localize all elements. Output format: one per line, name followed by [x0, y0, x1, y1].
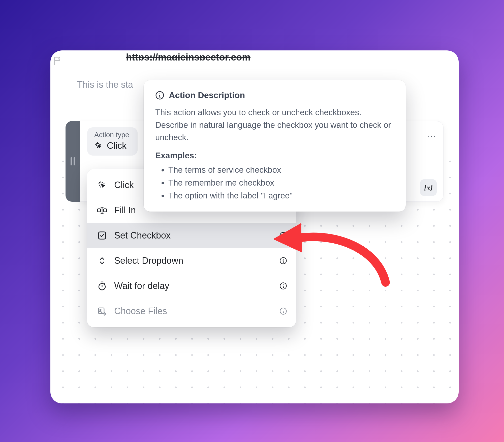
- dropdown-item-label: Set Checkbox: [114, 230, 171, 241]
- dropdown-item-label: Click: [114, 180, 134, 190]
- image-upload-icon: [97, 306, 108, 317]
- svg-rect-4: [99, 232, 106, 239]
- dropdown-item-set-checkbox[interactable]: Set Checkbox: [87, 223, 296, 248]
- dropdown-item-label: Fill In: [114, 205, 136, 216]
- drag-handle-icon: [70, 156, 76, 166]
- info-icon[interactable]: [279, 307, 288, 315]
- click-cursor-icon: [97, 180, 108, 191]
- action-type-value-text: Click: [107, 140, 127, 151]
- info-icon[interactable]: [279, 256, 288, 265]
- svg-rect-2: [98, 209, 101, 212]
- dropdown-item-choose-files[interactable]: Choose Files: [87, 299, 296, 324]
- url-text: https://magicinspector.com: [126, 52, 250, 61]
- action-type-value: Click: [94, 140, 131, 151]
- dropdown-item-wait-for-delay[interactable]: Wait for delay: [87, 273, 296, 299]
- popover-example-item: The option with the label "I agree": [168, 189, 394, 202]
- svg-rect-9: [99, 308, 104, 313]
- step-more-button[interactable]: ...: [427, 129, 437, 139]
- dropdown-item-select-dropdown[interactable]: Select Dropdown: [87, 248, 296, 273]
- step-drag-handle[interactable]: [66, 121, 80, 202]
- info-icon[interactable]: [279, 282, 288, 290]
- popover-examples-label: Examples:: [155, 151, 394, 160]
- chevrons-up-down-icon: [97, 255, 108, 266]
- starting-point-text: This is the sta: [77, 79, 133, 90]
- popover-example-item: The remember me checkbox: [168, 176, 394, 189]
- url-bar-fragment: https://magicinspector.com: [126, 50, 444, 61]
- dropdown-item-label: Select Dropdown: [114, 255, 183, 266]
- popover-body-text: This action allows you to check or unche…: [155, 106, 394, 144]
- info-icon: [155, 91, 164, 100]
- insert-variable-button[interactable]: {x}: [420, 179, 437, 196]
- dropdown-item-label: Wait for delay: [114, 281, 169, 291]
- dropdown-item-label: Choose Files: [114, 306, 167, 316]
- info-icon[interactable]: [279, 231, 288, 240]
- popover-title-row: Action Description: [155, 90, 394, 100]
- svg-point-10: [100, 309, 101, 311]
- popover-examples-list: The terms of service checkbox The rememb…: [155, 163, 394, 202]
- popover-title: Action Description: [169, 90, 245, 100]
- action-description-popover: Action Description This action allows yo…: [144, 80, 406, 212]
- flag-icon: [53, 55, 63, 66]
- text-input-icon: [97, 205, 108, 216]
- svg-rect-1: [74, 157, 75, 165]
- action-type-selector[interactable]: Action type Click: [87, 127, 138, 156]
- variable-chip-text: {x}: [424, 183, 433, 192]
- main-card: https://magicinspector.com This is the s…: [50, 50, 459, 403]
- click-cursor-icon: [94, 141, 103, 150]
- action-type-label: Action type: [94, 131, 131, 139]
- popover-example-item: The terms of service checkbox: [168, 163, 394, 176]
- svg-rect-0: [71, 157, 72, 165]
- checkbox-icon: [97, 230, 108, 241]
- stopwatch-icon: [97, 280, 108, 291]
- svg-rect-3: [104, 209, 107, 212]
